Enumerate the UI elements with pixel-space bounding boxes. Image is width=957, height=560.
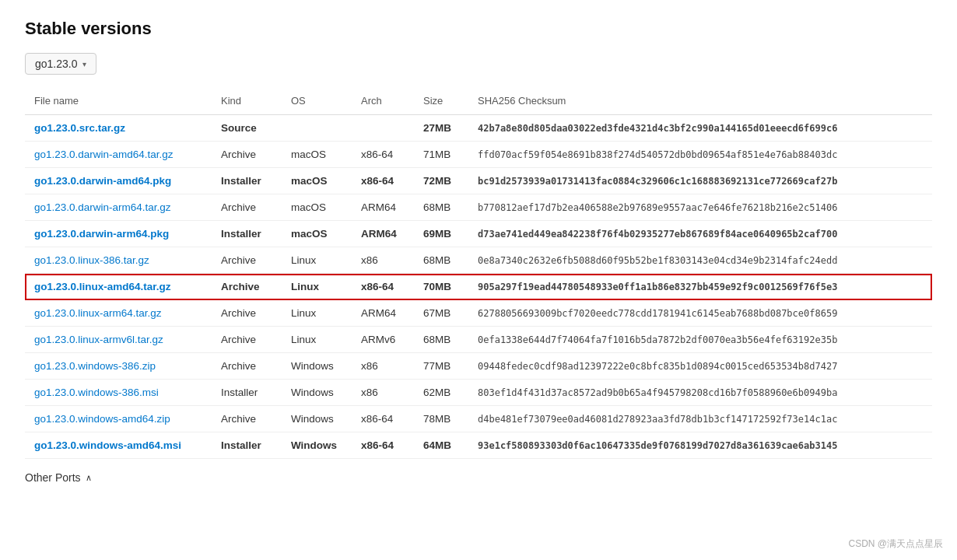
cell-sha256: 803ef1d4f431d37ac8572ad9b0b65a4f94579820…	[468, 380, 932, 406]
cell-size: 67MB	[414, 300, 468, 327]
cell-sha256: 0efa1338e644d7f74064fa7f1016b5da7872b2df…	[468, 327, 932, 353]
cell-os: macOS	[282, 221, 352, 247]
col-sha256: SHA256 Checksum	[468, 89, 932, 115]
cell-sha256: 09448fedec0cdf98ad12397222e0c8bfc835b1d0…	[468, 353, 932, 380]
cell-size: 68MB	[414, 194, 468, 221]
table-row: go1.23.0.darwin-arm64.pkgInstallermacOSA…	[25, 221, 932, 247]
cell-kind: Archive	[212, 247, 282, 274]
table-row: go1.23.0.windows-amd64.msiInstallerWindo…	[25, 432, 932, 459]
cell-arch: x86	[352, 353, 414, 380]
table-row: go1.23.0.src.tar.gzSource27MB42b7a8e80d8…	[25, 115, 932, 142]
cell-arch: ARM64	[352, 194, 414, 221]
cell-arch: x86	[352, 247, 414, 274]
cell-arch: x86-64	[352, 168, 414, 194]
cell-kind: Installer	[212, 380, 282, 406]
cell-kind: Archive	[212, 274, 282, 300]
cell-size: 71MB	[414, 142, 468, 168]
other-ports-label: Other Ports	[25, 471, 81, 484]
cell-os: Linux	[282, 247, 352, 274]
table-row: go1.23.0.linux-amd64.tar.gzArchiveLinuxx…	[25, 274, 932, 300]
cell-kind: Archive	[212, 142, 282, 168]
file-link[interactable]: go1.23.0.src.tar.gz	[34, 122, 125, 134]
chevron-up-icon: ∧	[86, 473, 92, 483]
cell-size: 72MB	[414, 168, 468, 194]
cell-size: 27MB	[414, 115, 468, 142]
cell-os: macOS	[282, 194, 352, 221]
chevron-down-icon: ▾	[82, 60, 86, 68]
file-link[interactable]: go1.23.0.darwin-amd64.tar.gz	[34, 149, 174, 160]
cell-os: Linux	[282, 300, 352, 327]
table-row: go1.23.0.darwin-amd64.pkgInstallermacOSx…	[25, 168, 932, 194]
cell-os: Windows	[282, 432, 352, 459]
cell-os: Windows	[282, 353, 352, 380]
cell-kind: Source	[212, 115, 282, 142]
other-ports-toggle[interactable]: Other Ports ∧	[25, 471, 932, 484]
file-link[interactable]: go1.23.0.darwin-amd64.pkg	[34, 175, 171, 187]
cell-kind: Archive	[212, 327, 282, 353]
cell-arch: x86	[352, 380, 414, 406]
cell-sha256: d4be481ef73079ee0ad46081d278923aa3fd78db…	[468, 406, 932, 432]
cell-arch: ARM64	[352, 300, 414, 327]
cell-kind: Archive	[212, 194, 282, 221]
file-link[interactable]: go1.23.0.windows-386.msi	[34, 387, 159, 398]
cell-arch	[352, 115, 414, 142]
cell-sha256: 42b7a8e80d805daa03022ed3fde4321d4c3bf2c9…	[468, 115, 932, 142]
table-row: go1.23.0.windows-386.msiInstallerWindows…	[25, 380, 932, 406]
cell-kind: Installer	[212, 432, 282, 459]
page-title: Stable versions	[25, 19, 932, 39]
file-link[interactable]: go1.23.0.linux-armv6l.tar.gz	[34, 334, 163, 345]
cell-kind: Installer	[212, 168, 282, 194]
version-label: go1.23.0	[35, 58, 78, 70]
cell-sha256: 905a297f19ead44780548933e0ff1a1b86e8327b…	[468, 274, 932, 300]
file-link[interactable]: go1.23.0.darwin-arm64.pkg	[34, 228, 169, 240]
cell-size: 68MB	[414, 327, 468, 353]
file-link[interactable]: go1.23.0.windows-386.zip	[34, 360, 156, 372]
cell-os	[282, 115, 352, 142]
table-row: go1.23.0.darwin-amd64.tar.gzArchivemacOS…	[25, 142, 932, 168]
cell-size: 78MB	[414, 406, 468, 432]
table-row: go1.23.0.linux-armv6l.tar.gzArchiveLinux…	[25, 327, 932, 353]
cell-sha256: 93e1cf580893303d0f6ac10647335de9f0768199…	[468, 432, 932, 459]
cell-sha256: b770812aef17d7b2ea406588e2b97689e9557aac…	[468, 194, 932, 221]
cell-kind: Archive	[212, 353, 282, 380]
cell-os: Windows	[282, 406, 352, 432]
cell-arch: ARM64	[352, 221, 414, 247]
file-link[interactable]: go1.23.0.linux-arm64.tar.gz	[34, 307, 162, 319]
file-link[interactable]: go1.23.0.linux-386.tar.gz	[34, 254, 149, 266]
cell-size: 69MB	[414, 221, 468, 247]
table-row: go1.23.0.windows-386.zipArchiveWindowsx8…	[25, 353, 932, 380]
file-link[interactable]: go1.23.0.windows-amd64.zip	[34, 413, 170, 425]
cell-sha256: ffd070acf59f054e8691b838f274d540572db0bd…	[468, 142, 932, 168]
cell-size: 77MB	[414, 353, 468, 380]
col-kind: Kind	[212, 89, 282, 115]
cell-size: 68MB	[414, 247, 468, 274]
cell-kind: Installer	[212, 221, 282, 247]
downloads-table: File name Kind OS Arch Size SHA256 Check…	[25, 89, 932, 459]
cell-os: Windows	[282, 380, 352, 406]
cell-arch: x86-64	[352, 142, 414, 168]
cell-os: macOS	[282, 168, 352, 194]
table-row: go1.23.0.darwin-arm64.tar.gzArchivemacOS…	[25, 194, 932, 221]
cell-os: Linux	[282, 327, 352, 353]
table-row: go1.23.0.linux-386.tar.gzArchiveLinuxx86…	[25, 247, 932, 274]
col-arch: Arch	[352, 89, 414, 115]
cell-os: Linux	[282, 274, 352, 300]
cell-sha256: 0e8a7340c2632e6fb5088d60f95b52be1f830314…	[468, 247, 932, 274]
col-filename: File name	[25, 89, 212, 115]
file-link[interactable]: go1.23.0.linux-amd64.tar.gz	[34, 281, 171, 292]
cell-kind: Archive	[212, 406, 282, 432]
cell-sha256: bc91d2573939a01731413fac0884c329606c1c16…	[468, 168, 932, 194]
version-dropdown[interactable]: go1.23.0 ▾	[25, 53, 96, 75]
cell-size: 64MB	[414, 432, 468, 459]
table-row: go1.23.0.windows-amd64.zipArchiveWindows…	[25, 406, 932, 432]
cell-kind: Archive	[212, 300, 282, 327]
cell-arch: x86-64	[352, 406, 414, 432]
cell-arch: x86-64	[352, 274, 414, 300]
cell-arch: ARMv6	[352, 327, 414, 353]
cell-os: macOS	[282, 142, 352, 168]
table-row: go1.23.0.linux-arm64.tar.gzArchiveLinuxA…	[25, 300, 932, 327]
file-link[interactable]: go1.23.0.windows-amd64.msi	[34, 439, 181, 451]
table-header-row: File name Kind OS Arch Size SHA256 Check…	[25, 89, 932, 115]
col-os: OS	[282, 89, 352, 115]
file-link[interactable]: go1.23.0.darwin-arm64.tar.gz	[34, 201, 171, 213]
